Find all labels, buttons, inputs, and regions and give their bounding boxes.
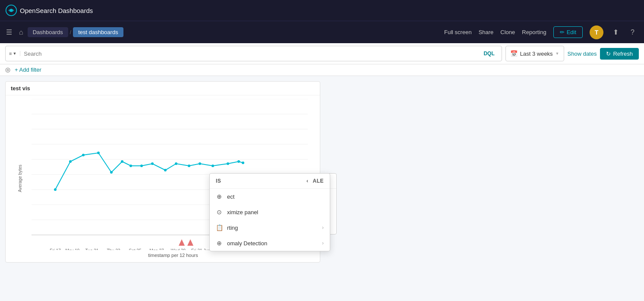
refresh-button[interactable]: ↻ Refresh xyxy=(600,48,639,60)
svg-point-26 xyxy=(110,171,113,174)
svg-point-30 xyxy=(151,162,154,165)
context-menu-reporting[interactable]: 📋 rting › xyxy=(210,220,330,235)
edit-button[interactable]: ✏ Edit xyxy=(553,26,583,38)
svg-text:Thu 23: Thu 23 xyxy=(107,248,120,250)
reporting-arrow-icon: › xyxy=(322,225,324,231)
chevron-left-icon: ‹ xyxy=(306,178,309,184)
avatar-button[interactable]: T xyxy=(590,25,603,39)
svg-point-29 xyxy=(140,165,143,167)
app-name: OpenSearch Dashboards xyxy=(20,7,93,14)
svg-point-34 xyxy=(199,162,201,165)
maximize-icon: ⊙ xyxy=(216,209,223,215)
inspect-label: ect xyxy=(227,193,324,200)
share2-icon: ⬆ xyxy=(613,28,619,36)
svg-text:Wed 29: Wed 29 xyxy=(171,248,186,250)
context-menu-anomaly[interactable]: ⊕ omaly Detection › xyxy=(210,235,330,251)
context-menu: IS ‹ ALE ⊕ ect ⊙ ximize panel 📋 rting › … xyxy=(209,173,330,251)
menu-icon-button[interactable]: ☰ xyxy=(3,25,15,39)
time-picker-chevron: ▼ xyxy=(556,51,559,56)
context-menu-header-left: IS xyxy=(216,178,221,184)
svg-point-33 xyxy=(188,165,190,167)
help-icon-button[interactable]: ? xyxy=(628,26,637,39)
breadcrumb-dashboards[interactable]: Dashboards xyxy=(28,27,68,37)
svg-point-27 xyxy=(121,160,123,163)
anomaly-label: omaly Detection xyxy=(227,240,318,247)
svg-text:Sat 25: Sat 25 xyxy=(129,248,142,250)
filter-icon: ≡ xyxy=(9,51,12,56)
filter-options-button[interactable]: ◎ xyxy=(5,66,10,73)
pencil-icon: ✏ xyxy=(560,29,565,35)
full-screen-button[interactable]: Full screen xyxy=(444,29,472,35)
svg-text:Mon 27: Mon 27 xyxy=(149,248,164,250)
reporting-menu-label: rting xyxy=(227,225,318,231)
home-icon: ⌂ xyxy=(19,29,23,36)
svg-point-28 xyxy=(129,165,132,167)
context-menu-header-alert: ALE xyxy=(313,178,324,184)
context-menu-inspect[interactable]: ⊕ ect xyxy=(210,189,330,204)
context-menu-header: IS ‹ ALE xyxy=(210,174,330,189)
search-input[interactable] xyxy=(20,51,480,57)
calendar-icon: 📅 xyxy=(510,50,518,57)
clone-button[interactable]: Clone xyxy=(500,29,515,35)
search-type-dropdown[interactable]: ≡ ▼ xyxy=(9,51,16,56)
breadcrumb-current[interactable]: test dashboards xyxy=(73,27,123,37)
share-button[interactable]: Share xyxy=(479,29,494,35)
inspect-icon: ⊕ xyxy=(216,193,223,200)
svg-point-32 xyxy=(175,162,177,165)
top-nav-bar: OpenSearch Dashboards xyxy=(0,0,644,21)
search-container: ≡ ▼ DQL xyxy=(5,46,502,61)
app-logo: OpenSearch Dashboards xyxy=(5,4,93,16)
reporting-menu-icon: 📋 xyxy=(216,224,223,231)
reporting-button[interactable]: Reporting xyxy=(522,29,546,35)
maximize-label: ximize panel xyxy=(227,209,324,215)
breadcrumb: Dashboards / test dashboards xyxy=(28,27,442,37)
home-icon-button[interactable]: ⌂ xyxy=(16,26,26,39)
refresh-icon: ↻ xyxy=(606,51,611,57)
hamburger-icon: ☰ xyxy=(6,28,12,36)
svg-text:May 19: May 19 xyxy=(66,248,80,250)
svg-point-37 xyxy=(237,160,240,163)
svg-marker-40 xyxy=(179,239,185,246)
anomaly-icon: ⊕ xyxy=(216,240,223,247)
share2-icon-button[interactable]: ⬆ xyxy=(610,25,621,39)
svg-point-35 xyxy=(212,165,214,167)
svg-point-23 xyxy=(69,160,72,163)
main-content: test vis Average bytes xyxy=(0,76,644,268)
filter-bar: ≡ ▼ DQL 📅 Last 3 weeks ▼ Show dates ↻ Re… xyxy=(0,43,644,64)
svg-point-24 xyxy=(82,154,85,156)
svg-text:Tue 21: Tue 21 xyxy=(85,248,99,250)
time-range-label: Last 3 weeks xyxy=(520,51,553,57)
breadcrumb-separator: / xyxy=(70,29,71,35)
filter-ring-icon: ◎ xyxy=(5,66,10,73)
nav-actions: Full screen Share Clone Reporting ✏ Edit… xyxy=(444,25,637,39)
svg-point-25 xyxy=(97,152,100,154)
add-filter-button[interactable]: + Add filter xyxy=(13,67,41,73)
secondary-nav-bar: ☰ ⌂ Dashboards / test dashboards Full sc… xyxy=(0,21,644,43)
svg-point-22 xyxy=(54,188,57,191)
context-menu-maximize[interactable]: ⊙ ximize panel xyxy=(210,204,330,220)
dql-button[interactable]: DQL xyxy=(480,51,498,57)
svg-point-31 xyxy=(164,169,167,171)
x-axis-label: timestamp per 12 hours xyxy=(32,253,315,258)
chevron-down-icon: ▼ xyxy=(13,51,16,56)
svg-point-38 xyxy=(242,162,244,164)
svg-marker-41 xyxy=(187,239,193,246)
context-menu-header-right: ‹ ALE xyxy=(306,178,324,184)
show-dates-button[interactable]: Show dates xyxy=(568,51,597,57)
search-left: ≡ ▼ xyxy=(9,51,20,56)
y-axis-label: Average bytes xyxy=(18,165,22,192)
svg-text:Fri 17: Fri 17 xyxy=(50,248,61,250)
help-icon: ? xyxy=(631,29,635,36)
svg-point-36 xyxy=(227,162,229,165)
add-filter-row: ◎ + Add filter xyxy=(0,64,644,76)
time-range-picker[interactable]: 📅 Last 3 weeks ▼ xyxy=(505,46,564,61)
svg-point-1 xyxy=(10,9,13,12)
anomaly-arrow-icon: › xyxy=(322,240,324,246)
panel-title: test vis xyxy=(6,82,320,95)
